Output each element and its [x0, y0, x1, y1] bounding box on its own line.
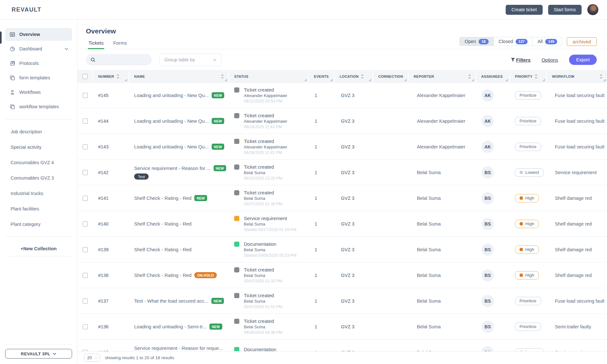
segment-closed[interactable]: Closed 127	[494, 37, 533, 46]
collection-label: Special activity	[11, 145, 41, 150]
location-value: GVZ 3	[335, 273, 373, 278]
column-header[interactable]: PRIORITY	[510, 71, 547, 82]
row-checkbox[interactable]	[83, 298, 88, 304]
table-row[interactable]: #136 Loading and unloading - Semi-tr... …	[78, 314, 607, 340]
table-row[interactable]: #145 Loading and unloading - New Qu... N…	[78, 83, 607, 108]
row-checkbox[interactable]	[83, 170, 88, 175]
column-header[interactable]: CONNECTION	[373, 71, 409, 82]
ticket-name[interactable]: Shelf Check - Rating - Red	[134, 247, 191, 252]
status-color-square	[234, 267, 239, 272]
column-header[interactable]: STATUS	[229, 71, 309, 82]
page-size-select[interactable]: 20	[84, 354, 100, 362]
options-button[interactable]: Options	[541, 57, 558, 63]
row-checkbox[interactable]	[83, 273, 88, 278]
segment-all[interactable]: All 145	[533, 37, 562, 46]
sidebar-item-workflow-templates[interactable]: workflow templates	[5, 100, 72, 113]
column-header[interactable]: NAME	[129, 71, 229, 82]
create-ticket-button[interactable]: Create ticket	[506, 5, 543, 15]
workflow-value: Shelf damage red	[547, 221, 607, 226]
sidebar-item-label: workflow templates	[19, 104, 59, 109]
sidebar-collection-item[interactable]: Industrial trucks	[11, 186, 72, 201]
table-row[interactable]: #141 Shelf Check - Rating - Red NEW Tick…	[78, 185, 607, 211]
table-row[interactable]: #139 Shelf Check - Rating - Red Document…	[78, 237, 607, 262]
sidebar-collection-item[interactable]: Consumables GVZ 3	[11, 170, 72, 186]
priority-pill: High	[515, 271, 539, 280]
column-resize-handle[interactable]	[505, 79, 508, 82]
table-row[interactable]: #143 Loading and unloading - New Qu... N…	[78, 134, 607, 160]
status-cell: Service requirement Belal Suma Started 0…	[229, 215, 309, 233]
row-checkbox[interactable]	[83, 119, 88, 124]
column-header[interactable]: WORKFLOW	[547, 71, 607, 82]
table-row[interactable]: #137 Test - What the load secured acc...…	[78, 288, 607, 314]
status-label: Ticket created	[244, 292, 282, 298]
column-resize-handle[interactable]	[369, 79, 372, 82]
row-checkbox[interactable]	[83, 196, 88, 201]
ticket-name[interactable]: Loading and unloading - New Qu...	[134, 93, 209, 98]
column-header[interactable]: EVENTS	[309, 71, 335, 82]
row-checkbox[interactable]	[83, 247, 88, 252]
table-row[interactable]: #140 Shelf Check - Rating - Red Service …	[78, 211, 607, 237]
row-checkbox[interactable]	[83, 324, 88, 329]
column-resize-handle[interactable]	[542, 79, 545, 82]
archived-button[interactable]: archived	[567, 37, 597, 46]
ticket-name[interactable]: Shelf Check - Rating - Red	[134, 221, 191, 226]
sidebar-item-overview[interactable]: Overview	[5, 28, 72, 41]
dashboard-icon	[10, 46, 15, 52]
column-resize-handle[interactable]	[304, 79, 307, 82]
sidebar-item-dashboard[interactable]: Dashboard	[5, 42, 72, 55]
status-cell: Ticket created Belal Suma 02/07/2025 01:…	[229, 267, 309, 284]
ticket-name[interactable]: Shelf Check - Rating - Red	[134, 195, 191, 201]
events-count: 1	[309, 273, 335, 278]
column-header[interactable]: LOCATION	[335, 71, 373, 82]
sidebar-item-workflows[interactable]: Workflows	[5, 86, 72, 99]
sidebar-collection-item[interactable]: Job description	[11, 124, 72, 139]
column-resize-handle[interactable]	[404, 79, 407, 82]
sidebar-collection-item[interactable]: Plant category	[11, 217, 72, 232]
status-label: Ticket created	[244, 164, 282, 170]
ticket-name[interactable]: Service requirement - Reason for ...	[134, 165, 211, 171]
column-resize-handle[interactable]	[603, 79, 606, 82]
export-button[interactable]: Export	[569, 55, 597, 65]
status-cell: Ticket created Belal Suma 03/27/2025 01:…	[229, 190, 309, 207]
column-resize-handle[interactable]	[225, 79, 227, 82]
priority-dot-icon	[520, 273, 523, 277]
ticket-name[interactable]: Shelf Check - Rating - Red	[134, 272, 191, 278]
select-all-checkbox[interactable]	[82, 74, 87, 79]
segment-open[interactable]: Open 18	[460, 37, 493, 46]
tab-tickets[interactable]: Tickets	[88, 38, 104, 49]
group-table-by-select[interactable]: Group table by	[160, 53, 221, 66]
new-collection-button[interactable]: +New Collection	[0, 241, 77, 256]
column-resize-handle[interactable]	[330, 79, 333, 82]
ticket-name[interactable]: Loading and unloading - Semi-tr...	[134, 324, 207, 329]
sidebar-item-protocols[interactable]: Protocols	[5, 57, 72, 70]
tab-forms[interactable]: Forms	[113, 38, 128, 49]
sidebar-collection-item[interactable]: Consumables GVZ 4	[11, 155, 72, 170]
status-author: Belal Suma	[244, 273, 282, 279]
user-avatar[interactable]	[587, 4, 599, 15]
table-row[interactable]: #142 Service requirement - Reason for ..…	[78, 160, 607, 185]
row-checkbox[interactable]	[83, 144, 88, 149]
ticket-name[interactable]: Test - What the load secured acc...	[134, 298, 208, 304]
filters-button[interactable]: Filters	[511, 57, 530, 63]
column-resize-handle[interactable]	[124, 79, 127, 82]
ticket-name[interactable]: Service requirement - Reason for reque..…	[134, 345, 223, 351]
row-checkbox[interactable]	[83, 221, 88, 226]
table-row[interactable]: #138 Shelf Check - Rating - Red ON-HOLD …	[78, 262, 607, 288]
sidebar-collection-item[interactable]: Plant facilities	[11, 201, 72, 217]
status-color-square	[234, 216, 239, 221]
ticket-name[interactable]: Loading and unloading - New Qu...	[134, 118, 209, 124]
column-header[interactable]: REPORTER	[409, 71, 476, 82]
table-row[interactable]: #144 Loading and unloading - New Qu... N…	[78, 108, 607, 134]
sidebar-collection-item[interactable]: Special activity	[11, 139, 72, 155]
sidebar-item-form-templates[interactable]: form templates	[5, 71, 72, 84]
start-forms-button[interactable]: Start forms	[548, 5, 582, 15]
priority-pill: Lowest	[515, 168, 544, 177]
row-checkbox[interactable]	[83, 93, 88, 98]
org-switcher-button[interactable]: REVAULT 3PL	[5, 349, 72, 359]
priority-dot-icon	[520, 171, 523, 174]
column-header[interactable]: ASSIGNEES	[476, 71, 510, 82]
search-input[interactable]	[98, 57, 156, 62]
column-resize-handle[interactable]	[472, 79, 474, 82]
column-header[interactable]: NUMBER	[93, 71, 129, 82]
ticket-name[interactable]: Loading and unloading - New Qu...	[134, 144, 209, 149]
